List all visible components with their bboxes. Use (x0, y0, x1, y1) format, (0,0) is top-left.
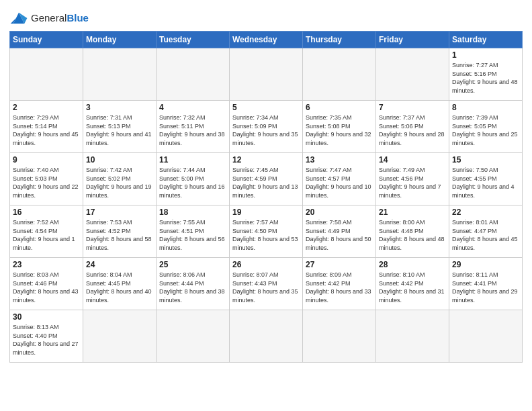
day-info: Sunrise: 7:40 AMSunset: 5:03 PMDaylight:… (13, 166, 80, 199)
day-info: Sunrise: 7:50 AMSunset: 4:55 PMDaylight:… (452, 166, 519, 199)
day-cell: 11Sunrise: 7:44 AMSunset: 5:00 PMDayligh… (157, 153, 230, 205)
day-header-tuesday: Tuesday (157, 32, 230, 48)
week-row-4: 16Sunrise: 7:52 AMSunset: 4:54 PMDayligh… (10, 205, 523, 258)
day-number: 30 (13, 312, 80, 322)
day-number: 19 (232, 208, 300, 217)
day-number: 15 (452, 155, 519, 165)
logo-text: GeneralBlue (31, 12, 89, 24)
day-info: Sunrise: 8:09 AMSunset: 4:42 PMDaylight:… (306, 271, 373, 304)
day-info: Sunrise: 7:42 AMSunset: 5:02 PMDaylight:… (86, 166, 153, 199)
day-cell (449, 310, 523, 363)
day-cell: 14Sunrise: 7:49 AMSunset: 4:56 PMDayligh… (376, 153, 449, 205)
day-number: 20 (306, 208, 373, 217)
header: GeneralBlue (9, 7, 523, 26)
day-cell: 25Sunrise: 8:06 AMSunset: 4:44 PMDayligh… (157, 258, 230, 310)
day-header-wednesday: Wednesday (230, 32, 303, 48)
day-cell: 12Sunrise: 7:45 AMSunset: 4:59 PMDayligh… (230, 153, 303, 205)
day-number: 29 (452, 260, 519, 269)
logo: GeneralBlue (9, 11, 89, 26)
day-info: Sunrise: 7:55 AMSunset: 4:51 PMDaylight:… (159, 218, 226, 252)
day-number: 12 (232, 155, 300, 165)
day-info: Sunrise: 8:03 AMSunset: 4:46 PMDaylight:… (13, 271, 80, 304)
day-info: Sunrise: 8:04 AMSunset: 4:45 PMDaylight:… (86, 271, 153, 304)
day-number: 9 (13, 155, 80, 165)
day-cell: 13Sunrise: 7:47 AMSunset: 4:57 PMDayligh… (303, 153, 376, 205)
day-number: 27 (306, 260, 373, 269)
day-cell: 9Sunrise: 7:40 AMSunset: 5:03 PMDaylight… (10, 153, 83, 205)
day-number: 5 (232, 103, 300, 112)
day-info: Sunrise: 7:53 AMSunset: 4:52 PMDaylight:… (86, 218, 153, 252)
day-cell: 22Sunrise: 8:01 AMSunset: 4:47 PMDayligh… (449, 205, 523, 258)
day-cell: 10Sunrise: 7:42 AMSunset: 5:02 PMDayligh… (83, 153, 157, 205)
day-info: Sunrise: 8:11 AMSunset: 4:41 PMDaylight:… (452, 271, 519, 304)
calendar-body: 1Sunrise: 7:27 AMSunset: 5:16 PMDaylight… (10, 48, 523, 363)
day-header-sunday: Sunday (10, 32, 83, 48)
day-cell: 17Sunrise: 7:53 AMSunset: 4:52 PMDayligh… (83, 205, 157, 258)
day-info: Sunrise: 7:32 AMSunset: 5:11 PMDaylight:… (159, 113, 226, 147)
day-cell (83, 48, 157, 101)
day-info: Sunrise: 7:29 AMSunset: 5:14 PMDaylight:… (13, 113, 80, 147)
day-number: 4 (159, 103, 226, 112)
day-cell: 7Sunrise: 7:37 AMSunset: 5:06 PMDaylight… (376, 101, 449, 153)
day-cell: 5Sunrise: 7:34 AMSunset: 5:09 PMDaylight… (230, 101, 303, 153)
day-header-friday: Friday (376, 32, 449, 48)
day-info: Sunrise: 8:07 AMSunset: 4:43 PMDaylight:… (232, 271, 300, 304)
day-info: Sunrise: 8:13 AMSunset: 4:40 PMDaylight:… (13, 323, 80, 357)
day-cell (83, 310, 157, 363)
day-cell (230, 48, 303, 101)
day-cell: 21Sunrise: 8:00 AMSunset: 4:48 PMDayligh… (376, 205, 449, 258)
week-row-1: 1Sunrise: 7:27 AMSunset: 5:16 PMDaylight… (10, 48, 523, 101)
week-row-3: 9Sunrise: 7:40 AMSunset: 5:03 PMDaylight… (10, 153, 523, 205)
day-number: 8 (452, 103, 519, 112)
calendar-header: SundayMondayTuesdayWednesdayThursdayFrid… (10, 32, 523, 48)
page: GeneralBlue SundayMondayTuesdayWednesday… (0, 0, 532, 411)
day-header-monday: Monday (83, 32, 157, 48)
day-cell: 24Sunrise: 8:04 AMSunset: 4:45 PMDayligh… (83, 258, 157, 310)
logo-icon (9, 11, 28, 26)
day-cell: 30Sunrise: 8:13 AMSunset: 4:40 PMDayligh… (10, 310, 83, 363)
day-cell: 16Sunrise: 7:52 AMSunset: 4:54 PMDayligh… (10, 205, 83, 258)
day-cell: 23Sunrise: 8:03 AMSunset: 4:46 PMDayligh… (10, 258, 83, 310)
day-cell: 28Sunrise: 8:10 AMSunset: 4:42 PMDayligh… (376, 258, 449, 310)
day-info: Sunrise: 8:01 AMSunset: 4:47 PMDaylight:… (452, 218, 519, 252)
day-number: 21 (379, 208, 446, 217)
day-number: 2 (13, 103, 80, 112)
day-number: 17 (86, 208, 153, 217)
day-info: Sunrise: 7:52 AMSunset: 4:54 PMDaylight:… (13, 218, 80, 252)
day-number: 11 (159, 155, 226, 165)
day-cell: 2Sunrise: 7:29 AMSunset: 5:14 PMDaylight… (10, 101, 83, 153)
day-cell: 15Sunrise: 7:50 AMSunset: 4:55 PMDayligh… (449, 153, 523, 205)
day-number: 13 (306, 155, 373, 165)
day-info: Sunrise: 7:49 AMSunset: 4:56 PMDaylight:… (379, 166, 446, 199)
day-info: Sunrise: 7:47 AMSunset: 4:57 PMDaylight:… (306, 166, 373, 199)
day-number: 1 (452, 50, 519, 60)
day-number: 23 (13, 260, 80, 269)
day-info: Sunrise: 7:44 AMSunset: 5:00 PMDaylight:… (159, 166, 226, 199)
day-cell: 29Sunrise: 8:11 AMSunset: 4:41 PMDayligh… (449, 258, 523, 310)
day-cell (157, 310, 230, 363)
day-cell (303, 48, 376, 101)
day-number: 25 (159, 260, 226, 269)
day-number: 26 (232, 260, 300, 269)
day-cell: 3Sunrise: 7:31 AMSunset: 5:13 PMDaylight… (83, 101, 157, 153)
day-cell: 27Sunrise: 8:09 AMSunset: 4:42 PMDayligh… (303, 258, 376, 310)
day-cell: 20Sunrise: 7:58 AMSunset: 4:49 PMDayligh… (303, 205, 376, 258)
header-row: SundayMondayTuesdayWednesdayThursdayFrid… (10, 32, 523, 48)
day-number: 16 (13, 208, 80, 217)
day-cell (376, 310, 449, 363)
day-cell: 8Sunrise: 7:39 AMSunset: 5:05 PMDaylight… (449, 101, 523, 153)
day-info: Sunrise: 7:45 AMSunset: 4:59 PMDaylight:… (232, 166, 300, 199)
day-info: Sunrise: 8:00 AMSunset: 4:48 PMDaylight:… (379, 218, 446, 252)
day-info: Sunrise: 7:39 AMSunset: 5:05 PMDaylight:… (452, 113, 519, 147)
day-info: Sunrise: 8:10 AMSunset: 4:42 PMDaylight:… (379, 271, 446, 304)
day-number: 6 (306, 103, 373, 112)
day-cell (157, 48, 230, 101)
week-row-6: 30Sunrise: 8:13 AMSunset: 4:40 PMDayligh… (10, 310, 523, 363)
day-info: Sunrise: 8:06 AMSunset: 4:44 PMDaylight:… (159, 271, 226, 304)
day-number: 22 (452, 208, 519, 217)
day-header-saturday: Saturday (449, 32, 523, 48)
day-cell: 18Sunrise: 7:55 AMSunset: 4:51 PMDayligh… (157, 205, 230, 258)
day-info: Sunrise: 7:34 AMSunset: 5:09 PMDaylight:… (232, 113, 300, 147)
day-cell (303, 310, 376, 363)
day-cell: 26Sunrise: 8:07 AMSunset: 4:43 PMDayligh… (230, 258, 303, 310)
